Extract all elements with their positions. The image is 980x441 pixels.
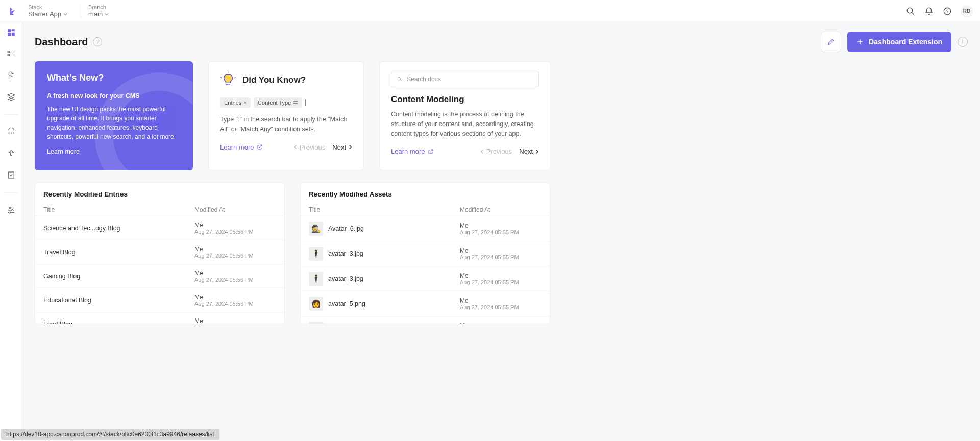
whats-new-body: The new UI design packs the most powerfu… (47, 105, 181, 141)
svg-rect-29 (293, 101, 298, 102)
page-help-icon[interactable]: ? (93, 37, 102, 46)
modified-at: Aug 27, 2024 05:56 PM (194, 301, 276, 307)
svg-point-13 (8, 132, 9, 133)
pill-entries: Entries × (220, 97, 251, 108)
left-nav (0, 22, 22, 427)
chevron-right-icon (348, 144, 352, 150)
dashboard-extension-button[interactable]: Dashboard Extension (847, 32, 951, 52)
docs-heading: Content Modeling (391, 94, 539, 105)
table-row[interactable]: Gaming Blog Me Aug 27, 2024 05:56 PM (35, 264, 284, 288)
modified-by: Me (194, 246, 276, 253)
modified-by: Me (460, 322, 542, 324)
lightbulb-icon (220, 72, 236, 88)
col-title: Title (43, 206, 194, 213)
nav-assets[interactable] (5, 91, 17, 103)
pencil-icon (827, 38, 835, 46)
nav-content-types[interactable] (5, 69, 17, 82)
svg-point-0 (907, 8, 913, 13)
table-row[interactable]: Educational Blog Me Aug 27, 2024 05:56 P… (35, 288, 284, 312)
svg-rect-4 (8, 29, 11, 32)
stack-selector[interactable]: Stack Starter App (28, 4, 67, 18)
edit-dashboard-button[interactable] (821, 32, 841, 52)
logo[interactable] (7, 6, 18, 17)
nav-separator (5, 114, 18, 115)
svg-rect-5 (11, 29, 14, 31)
help-icon[interactable]: ? (942, 6, 952, 16)
entries-table-body[interactable]: Science and Tec...ogy Blog Me Aug 27, 20… (35, 216, 284, 324)
svg-text:?: ? (946, 9, 949, 14)
svg-point-31 (398, 77, 401, 80)
branch-value: main (88, 10, 103, 18)
did-you-know-heading: Did You Know? (242, 75, 306, 85)
nav-settings[interactable] (5, 204, 17, 216)
nav-dashboard[interactable] (5, 27, 17, 39)
cursor-marker (305, 99, 306, 106)
recent-assets-heading: Recently Modified Assets (301, 183, 550, 203)
svg-line-1 (912, 12, 914, 15)
stack-label: Stack (28, 4, 67, 10)
nav-entries[interactable] (5, 48, 17, 60)
recent-assets-card: Recently Modified Assets Title Modified … (300, 183, 550, 324)
nav-releases[interactable] (5, 148, 17, 160)
search-icon (397, 76, 403, 82)
modified-by: Me (194, 317, 276, 324)
external-link-icon (428, 149, 434, 155)
table-row[interactable]: 🏞️ travel-blog-banner.jpg Me Aug 27, 202… (301, 316, 550, 324)
modified-at: Aug 27, 2024 05:55 PM (460, 304, 542, 310)
modified-by: Me (460, 222, 542, 229)
assets-table-body[interactable]: 🕵️ Avatar_6.jpg Me Aug 27, 2024 05:55 PM… (301, 216, 550, 324)
modified-at: Aug 27, 2024 05:56 PM (194, 229, 276, 235)
entry-title: Science and Tec...ogy Blog (43, 225, 120, 232)
search-icon[interactable] (905, 6, 916, 16)
asset-thumbnail: 🏞️ (309, 322, 323, 324)
modified-by: Me (460, 297, 542, 304)
modified-by: Me (194, 270, 276, 277)
svg-rect-11 (8, 54, 9, 56)
branch-label: Branch (88, 4, 109, 10)
nav-separator (5, 192, 18, 193)
pager-next[interactable]: Next (519, 148, 539, 155)
topbar: Stack Starter App Branch main ? RD (0, 0, 980, 22)
dashboard-extension-label: Dashboard Extension (869, 38, 942, 46)
pill-content-type: Content Type (254, 97, 302, 108)
asset-thumbnail: 👩 (309, 297, 323, 311)
bell-icon[interactable] (924, 6, 934, 16)
table-row[interactable]: 🕵️ Avatar_6.jpg Me Aug 27, 2024 05:55 PM (301, 216, 550, 241)
svg-rect-8 (11, 33, 14, 36)
info-icon[interactable]: i (958, 37, 968, 47)
table-row[interactable]: Travel Blog Me Aug 27, 2024 05:56 PM (35, 240, 284, 264)
svg-rect-9 (8, 51, 9, 53)
svg-rect-6 (11, 32, 14, 33)
did-you-know-card: Did You Know? Entries × Content Type Typ… (208, 61, 364, 170)
table-row[interactable]: Science and Tec...ogy Blog Me Aug 27, 20… (35, 216, 284, 240)
whats-new-learn-more[interactable]: Learn more (47, 148, 80, 155)
modified-by: Me (194, 222, 276, 229)
svg-point-14 (10, 132, 11, 133)
did-you-know-learn-more[interactable]: Learn more (220, 143, 263, 151)
pager-next[interactable]: Next (332, 143, 352, 151)
main: Dashboard ? Dashboard Extension i What's… (22, 22, 980, 427)
svg-point-18 (9, 207, 11, 209)
modified-by: Me (460, 272, 542, 279)
nav-publish-queue[interactable] (5, 126, 17, 138)
asset-thumbnail: 🕴️ (309, 247, 323, 261)
table-row[interactable]: 🕴️ avatar_3.jpg Me Aug 27, 2024 05:55 PM (301, 266, 550, 291)
chevron-right-icon (535, 149, 539, 154)
whats-new-subheading: A fresh new look for your CMS (47, 92, 181, 100)
asset-title: avatar_3.jpg (328, 275, 363, 282)
whats-new-card: What's New? A fresh new look for your CM… (35, 61, 193, 170)
nav-tasks[interactable] (5, 169, 17, 181)
avatar[interactable]: RD (961, 5, 973, 17)
search-docs-input[interactable]: Search docs (391, 71, 539, 87)
table-row[interactable]: 👩 avatar_5.png Me Aug 27, 2024 05:55 PM (301, 291, 550, 316)
svg-rect-30 (293, 103, 298, 104)
branch-selector[interactable]: Branch main (81, 4, 109, 18)
table-row[interactable]: 🕴️ avatar_3.jpg Me Aug 27, 2024 05:55 PM (301, 241, 550, 266)
modified-by: Me (460, 247, 542, 254)
docs-learn-more[interactable]: Learn more (391, 148, 434, 155)
pager-previous: Previous (293, 143, 326, 151)
docs-card: Search docs Content Modeling Content mod… (379, 61, 551, 170)
col-modified: Modified At (460, 206, 542, 213)
asset-title: Avatar_6.jpg (328, 225, 364, 232)
table-row[interactable]: Food Blog Me Aug 27, 2024 05:56 PM (35, 312, 284, 324)
